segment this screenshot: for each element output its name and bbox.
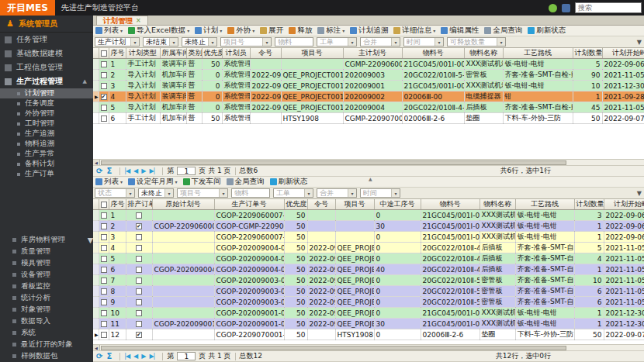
chevron-down-icon[interactable]: ▾	[497, 38, 505, 46]
sidebar-item[interactable]: 模具管理	[0, 257, 93, 269]
column-header[interactable]: 中途工序号	[374, 199, 421, 210]
chevron-down-icon[interactable]: ▾	[120, 28, 123, 33]
checkbox-icon[interactable]	[101, 83, 107, 89]
column-header[interactable]: 原始计划号	[152, 199, 214, 210]
schedule-checkbox-icon[interactable]	[136, 223, 142, 229]
filter-combo[interactable]: 工单▾	[273, 188, 313, 198]
schedule-checkbox-icon[interactable]	[136, 310, 142, 316]
table-row[interactable]: ▶12CGOP-2209070001-0150HTSY1908002006Ⅲ-2…	[93, 329, 644, 340]
sidebar-subitem[interactable]: 任务调度	[0, 98, 93, 109]
table-row[interactable]: 2CGOP-2209060007-02CGOP-CGMP-2209060007-…	[93, 221, 644, 232]
last-page-icon[interactable]: ▶|	[149, 353, 154, 360]
refresh-button[interactable]: 刷新状态	[270, 177, 308, 187]
column-header[interactable]: 物料名称	[480, 199, 515, 210]
chevron-down-icon[interactable]: ▾	[220, 28, 222, 33]
column-header[interactable]: 计划数量	[574, 199, 604, 210]
row-select-cell[interactable]	[99, 221, 109, 232]
sidebar-item[interactable]: 设备管理	[0, 269, 93, 281]
chevron-down-icon[interactable]: ▾	[175, 179, 178, 184]
sidebar-subitem[interactable]: 物料追溯	[0, 139, 93, 149]
filter-combo[interactable]: 生产计划▾	[95, 37, 140, 47]
schedule-checkbox-icon[interactable]	[136, 299, 142, 305]
select-all-header[interactable]	[99, 199, 109, 210]
column-header[interactable]: 工艺路线	[503, 48, 573, 59]
release-button[interactable]: 释放	[289, 26, 312, 36]
sidebar-item[interactable]: 质量管理	[0, 246, 93, 257]
table-row[interactable]: 9CGOP-202009003-02502022-09QEE_PROJECT00…	[93, 297, 644, 308]
column-header[interactable]: 序号	[109, 48, 126, 59]
checkbox-icon[interactable]	[101, 94, 107, 100]
column-header[interactable]: 计划类型	[126, 48, 160, 59]
first-page-icon[interactable]: |◀	[124, 353, 130, 360]
filter-combo[interactable]: 项目号▾	[220, 37, 272, 47]
schedule-checkbox-icon[interactable]	[136, 256, 142, 262]
chevron-down-icon[interactable]: ▾	[262, 38, 271, 46]
select-all-header[interactable]	[99, 48, 109, 59]
filter-combo[interactable]: 工单▾	[317, 37, 357, 47]
filter-combo[interactable]: 时间▾	[403, 37, 444, 47]
global-search-button[interactable]: 全局查询	[484, 26, 522, 36]
expand-button[interactable]: 展开	[260, 26, 283, 36]
list-button[interactable]: 列表▾	[95, 26, 123, 36]
column-header[interactable]: 序号	[109, 199, 126, 210]
page-number-input[interactable]: 1	[177, 352, 196, 360]
table-row[interactable]: 8CGOP-202009003-03502022-09QEE_PROJECT00…	[93, 286, 644, 297]
schedule-checkbox-icon[interactable]	[136, 332, 142, 338]
sidebar-subitem[interactable]: 生产订单	[0, 169, 93, 179]
filter-combo[interactable]: 状态▾	[95, 188, 135, 198]
schedule-checkbox-icon[interactable]	[136, 245, 142, 251]
chevron-down-icon[interactable]: ▾	[391, 38, 400, 46]
table-row[interactable]: 2导入计划机加车间普0系统管理员2022-09QEE_PROJECT001202…	[93, 70, 644, 81]
next-page-icon[interactable]: ▶	[141, 353, 145, 360]
schedule-checkbox-icon[interactable]	[136, 278, 142, 284]
chevron-down-icon[interactable]: ▾	[120, 179, 123, 184]
checkbox-icon[interactable]	[101, 256, 107, 262]
column-header[interactable]: 计划员	[222, 48, 250, 59]
row-select-cell[interactable]	[99, 275, 109, 286]
sidebar-subitem[interactable]: 计划管理	[0, 88, 93, 98]
schedule-checkbox-icon[interactable]	[136, 212, 142, 219]
chevron-down-icon[interactable]: ▾	[130, 38, 139, 46]
table-row[interactable]: 4CGOP-202009004-01502022-09QEE_PROJECT00…	[93, 243, 644, 253]
row-select-cell[interactable]	[99, 113, 109, 124]
chevron-down-icon[interactable]: ▾	[252, 28, 254, 33]
checkbox-icon[interactable]	[101, 50, 107, 57]
checkbox-icon[interactable]	[101, 332, 107, 338]
last-page-icon[interactable]: ▶|	[149, 167, 154, 174]
chevron-down-icon[interactable]: ▾	[342, 28, 345, 33]
refresh-icon[interactable]: ⟳	[96, 352, 102, 360]
prev-page-icon[interactable]: ◀	[133, 167, 137, 174]
sidebar-subitem[interactable]: 生产异常	[0, 149, 93, 159]
chevron-down-icon[interactable]: ▾	[435, 38, 443, 46]
calendar-button[interactable]: 设定年月周▾	[128, 177, 178, 187]
window-tool-icon[interactable]	[562, 4, 570, 12]
filter-combo[interactable]: 可释放数量▾	[447, 37, 506, 47]
list-button[interactable]: 列表▾	[95, 177, 123, 187]
sidebar-item[interactable]: 工程信息管理	[0, 60, 93, 74]
dispatch-button[interactable]: 下发车间	[183, 177, 221, 187]
table-row[interactable]: 5导入计划机加车间普0系统管理员2022-09QEE_PROJECT001202…	[93, 102, 644, 113]
checkbox-icon[interactable]	[101, 278, 107, 284]
table-row[interactable]: 6CGOP-202009004-02CGOP-202009004-0350202…	[93, 264, 644, 275]
checkbox-icon[interactable]	[101, 299, 107, 305]
splitter-collapse-icon[interactable]: ▲	[369, 177, 372, 181]
sum-icon[interactable]: Σ	[106, 352, 112, 360]
row-select-cell[interactable]	[99, 59, 109, 70]
sidebar-subitem[interactable]: 工时管理	[0, 119, 93, 129]
checkbox-icon[interactable]	[101, 72, 107, 78]
collapse-arrow-icon[interactable]: ▲	[83, 78, 87, 84]
column-header[interactable]: 类别	[186, 48, 202, 59]
scroll-thumb[interactable]	[101, 346, 566, 350]
row-select-cell[interactable]	[99, 329, 109, 340]
schedule-checkbox-icon[interactable]	[136, 288, 142, 295]
row-select-cell[interactable]	[99, 308, 109, 319]
column-header[interactable]: 优先度	[202, 48, 222, 59]
column-header[interactable]: 计划开始时间	[604, 199, 644, 210]
table-row[interactable]: 1手工计划装调车间普50系统管理员CGMP-220906000721GC045/…	[93, 59, 644, 70]
global-search-button[interactable]: 全局查询	[227, 177, 265, 187]
filter-funnel-icon[interactable]: ▼	[637, 39, 642, 46]
next-page-icon[interactable]: ▶	[141, 167, 145, 174]
sidebar-item[interactable]: 数据导入	[0, 315, 93, 327]
sidebar-item[interactable]: 看板监控	[0, 281, 93, 292]
plan-hscrollbar[interactable]: ◀	[93, 159, 644, 165]
